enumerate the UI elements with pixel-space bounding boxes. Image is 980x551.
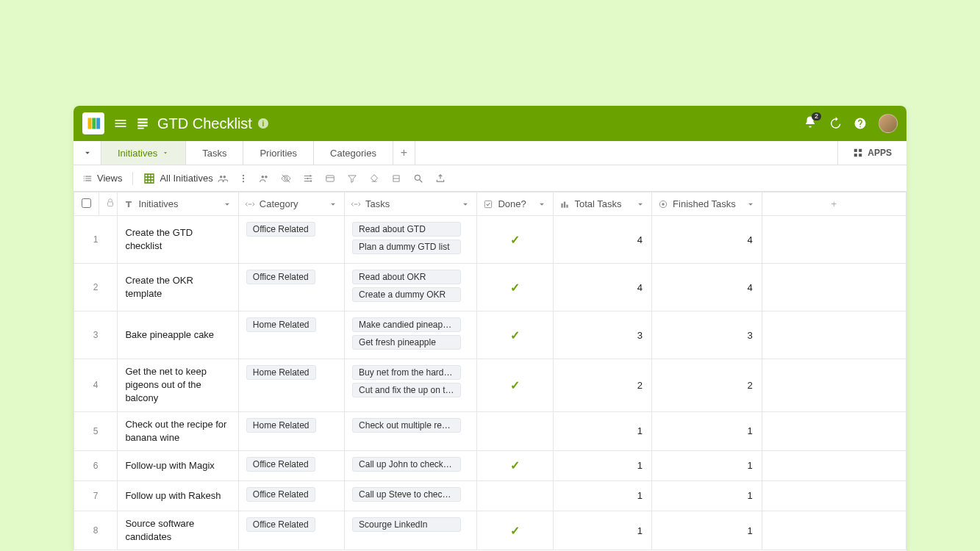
category-cell[interactable]: Office Related xyxy=(238,480,344,511)
done-cell[interactable] xyxy=(477,411,554,450)
task-tag[interactable]: Read about OKR xyxy=(352,270,461,284)
category-cell[interactable]: Office Related xyxy=(238,216,344,264)
done-cell[interactable] xyxy=(477,480,554,511)
tasks-cell[interactable]: Call up John to check n… xyxy=(345,450,477,480)
tab-categories[interactable]: Categories xyxy=(314,141,393,165)
category-tag[interactable]: Office Related xyxy=(246,457,315,472)
done-cell[interactable]: ✓ xyxy=(477,450,554,480)
row-height-icon[interactable] xyxy=(391,173,401,184)
help-icon[interactable] xyxy=(854,117,867,130)
tasks-cell[interactable]: Check out multiple rec… xyxy=(345,411,477,450)
category-cell[interactable]: Office Related xyxy=(238,450,344,480)
search-icon[interactable] xyxy=(413,173,423,184)
select-all-checkbox[interactable] xyxy=(82,198,91,208)
table-row[interactable]: 6 Follow-up with Magix Office Related Ca… xyxy=(74,450,906,480)
tasks-cell[interactable]: Call up Steve to check … xyxy=(345,480,477,511)
table-row[interactable]: 4 Get the net to keep pigeons out of the… xyxy=(74,359,906,412)
task-tag[interactable]: Buy net from the hardw… xyxy=(352,365,461,380)
category-cell[interactable]: Office Related xyxy=(238,511,344,550)
done-cell[interactable]: ✓ xyxy=(477,359,554,412)
category-tag[interactable]: Office Related xyxy=(246,487,315,502)
table-row[interactable]: 2 Create the OKR template Office Related… xyxy=(74,264,906,311)
select-all-header[interactable] xyxy=(74,192,99,216)
done-cell[interactable]: ✓ xyxy=(477,264,554,311)
tasks-cell[interactable]: Read about GTDPlan a dummy GTD list xyxy=(345,216,477,264)
task-tag[interactable]: Cut and fix the up on th… xyxy=(352,383,461,397)
column-initiatives[interactable]: Initiatives xyxy=(118,192,238,216)
task-tag[interactable]: Call up John to check n… xyxy=(352,457,461,472)
task-tag[interactable]: Get fresh pineapple xyxy=(352,335,461,350)
initiative-cell[interactable]: Create the OKR template xyxy=(118,264,238,311)
views-button[interactable]: Views xyxy=(82,173,122,184)
category-tag[interactable]: Office Related xyxy=(246,517,315,532)
current-view[interactable]: All Initiatives xyxy=(143,173,227,184)
category-tag[interactable]: Home Related xyxy=(246,317,316,332)
task-tag[interactable]: Check out multiple rec… xyxy=(352,418,461,433)
category-cell[interactable]: Office Related xyxy=(238,264,344,311)
category-cell[interactable]: Home Related xyxy=(238,411,344,450)
app-logo[interactable] xyxy=(82,112,104,134)
filter-icon[interactable] xyxy=(347,173,357,184)
empty-cell xyxy=(762,480,906,511)
task-tag[interactable]: Call up Steve to check … xyxy=(352,487,461,502)
initiative-cell[interactable]: Source software candidates xyxy=(118,511,238,550)
add-column-button[interactable]: + xyxy=(762,192,906,216)
settings-icon[interactable] xyxy=(303,173,313,184)
paint-icon[interactable] xyxy=(369,173,379,184)
tabs-dropdown[interactable] xyxy=(74,141,101,165)
category-cell[interactable]: Home Related xyxy=(238,359,344,412)
column-finished-tasks[interactable]: Finished Tasks xyxy=(652,192,762,216)
tasks-cell[interactable]: Make candied pineappleGet fresh pineappl… xyxy=(345,311,477,359)
empty-cell xyxy=(762,450,906,480)
task-tag[interactable]: Plan a dummy GTD list xyxy=(352,240,461,254)
initiative-cell[interactable]: Get the net to keep pigeons out of the b… xyxy=(118,359,238,412)
table-row[interactable]: 7 Follow up with Rakesh Office Related C… xyxy=(74,480,906,511)
share-icon[interactable] xyxy=(259,173,269,184)
table-row[interactable]: 5 Check out the recipe for banana wine H… xyxy=(74,411,906,450)
user-avatar[interactable] xyxy=(879,114,898,133)
category-tag[interactable]: Office Related xyxy=(246,270,315,284)
info-icon[interactable]: i xyxy=(258,118,268,129)
card-icon[interactable] xyxy=(325,173,335,184)
tasks-cell[interactable]: Read about OKRCreate a dummy OKR xyxy=(345,264,477,311)
column-tasks[interactable]: Tasks xyxy=(345,192,477,216)
history-icon[interactable] xyxy=(829,117,842,130)
hide-icon[interactable] xyxy=(281,173,291,184)
table-row[interactable]: 3 Bake pineapple cake Home Related Make … xyxy=(74,311,906,359)
tasks-cell[interactable]: Buy net from the hardw…Cut and fix the u… xyxy=(345,359,477,412)
initiative-cell[interactable]: Follow up with Rakesh xyxy=(118,480,238,511)
done-cell[interactable]: ✓ xyxy=(477,311,554,359)
initiative-cell[interactable]: Create the GTD checklist xyxy=(118,216,238,264)
category-tag[interactable]: Office Related xyxy=(246,222,315,237)
category-cell[interactable]: Home Related xyxy=(238,311,344,359)
column-done[interactable]: Done? xyxy=(477,192,554,216)
export-icon[interactable] xyxy=(435,173,446,184)
tab-initiatives[interactable]: Initiatives xyxy=(101,141,186,165)
initiative-cell[interactable]: Check out the recipe for banana wine xyxy=(118,411,238,450)
finished-cell: 4 xyxy=(652,216,762,264)
notifications-button[interactable]: 2 xyxy=(804,115,817,132)
more-icon[interactable] xyxy=(238,173,248,184)
column-category[interactable]: Category xyxy=(238,192,344,216)
category-tag[interactable]: Home Related xyxy=(246,365,316,380)
apps-button[interactable]: APPS xyxy=(837,141,906,165)
task-tag[interactable]: Read about GTD xyxy=(352,222,461,237)
initiative-cell[interactable]: Follow-up with Magix xyxy=(118,450,238,480)
table-row[interactable]: 8 Source software candidates Office Rela… xyxy=(74,511,906,550)
task-tag[interactable]: Make candied pineapple xyxy=(352,317,461,332)
done-cell[interactable]: ✓ xyxy=(477,511,554,550)
tab-priorities[interactable]: Priorities xyxy=(243,141,314,165)
table-row[interactable]: 1 Create the GTD checklist Office Relate… xyxy=(74,216,906,264)
task-tag[interactable]: Scourge LinkedIn xyxy=(352,517,461,532)
done-cell[interactable]: ✓ xyxy=(477,216,554,264)
initiative-cell[interactable]: Bake pineapple cake xyxy=(118,311,238,359)
tab-label: Categories xyxy=(330,148,376,159)
category-tag[interactable]: Home Related xyxy=(246,418,316,433)
task-tag[interactable]: Create a dummy OKR xyxy=(352,287,461,302)
add-tab-button[interactable]: + xyxy=(393,141,415,165)
doc-icon xyxy=(135,116,150,131)
menu-icon[interactable] xyxy=(113,116,128,131)
tasks-cell[interactable]: Scourge LinkedIn xyxy=(345,511,477,550)
column-total-tasks[interactable]: Total Tasks xyxy=(554,192,652,216)
tab-tasks[interactable]: Tasks xyxy=(186,141,243,165)
